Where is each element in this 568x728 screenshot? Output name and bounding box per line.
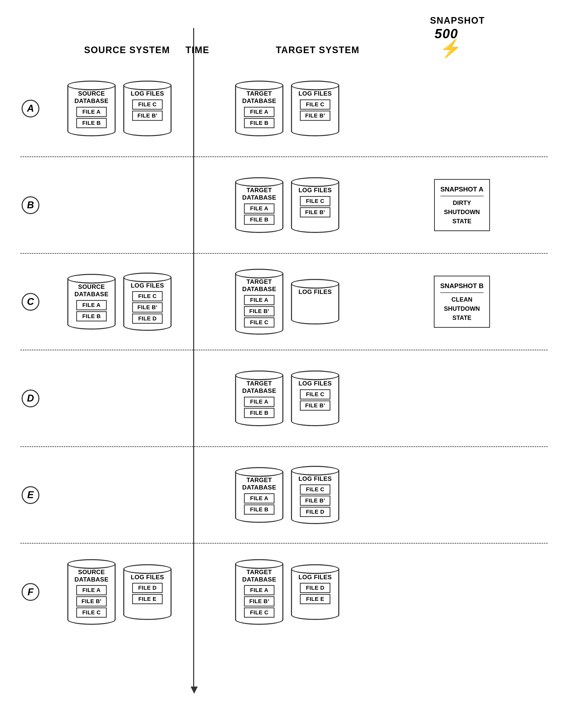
file-box: FILE C [244, 317, 275, 328]
cylinder: TARGETDATABASE FILE AFILE B'FILE C [235, 269, 284, 335]
file-box: FILE B' [300, 400, 330, 411]
page: SOURCE SYSTEM TIME TARGET SYSTEM SNAPSHO… [0, 0, 568, 728]
file-box: FILE A [244, 493, 275, 503]
file-box: FILE A [244, 585, 275, 595]
file-box: FILE B' [244, 596, 275, 606]
cylinder-body: LOG FILES FILE CFILE B' [123, 85, 172, 136]
cylinder-body: TARGETDATABASE FILE AFILE B'FILE C [235, 274, 284, 335]
cylinder-body: LOG FILES FILE CFILE B' [291, 375, 339, 426]
cylinder-body: TARGETDATABASE FILE AFILE B [235, 375, 284, 426]
file-box: FILE B' [132, 111, 163, 121]
target-section-B: TARGETDATABASE FILE AFILE B LOG FILES FI… [209, 177, 366, 233]
circle-label-D: D [22, 390, 39, 407]
cylinder-body: LOG FILES FILE CFILE B' [291, 182, 339, 233]
time-axis-arrow [191, 687, 198, 694]
snapshot-section-B: SNAPSHOT ADIRTYSHUTDOWNSTATE [366, 179, 548, 231]
circle-label-F: F [22, 583, 39, 601]
file-box: FILE A [244, 397, 275, 407]
cylinder-body: LOG FILES FILE DFILE E [123, 569, 172, 620]
file-box: FILE E [300, 594, 330, 604]
file-box: FILE B [244, 215, 275, 225]
row-label-B: B [20, 196, 41, 214]
cylinder-title: TARGETDATABASE [242, 380, 276, 395]
cylinder-top [291, 466, 339, 476]
cylinder-top [235, 467, 284, 477]
cylinder-title: LOG FILES [131, 282, 164, 289]
cylinder-title: TARGETDATABASE [242, 569, 276, 583]
cylinder: LOG FILES FILE DFILE E [123, 564, 172, 620]
diagram-row-F: F SOURCEDATABASE FILE AFILE B'FILE C LOG… [20, 544, 548, 640]
cylinder: LOG FILES FILE CFILE B' [291, 370, 339, 426]
cylinder: TARGETDATABASE FILE AFILE B'FILE C [235, 559, 284, 625]
cylinder-title: LOG FILES [298, 574, 332, 581]
cylinder: TARGETDATABASE FILE AFILE B [235, 177, 284, 233]
file-box: FILE B' [76, 596, 107, 606]
file-box: FILE D [300, 507, 330, 517]
circle-label-A: A [22, 100, 39, 117]
file-box: FILE C [76, 607, 107, 618]
row-label-D: D [20, 390, 41, 407]
source-system-header: SOURCE SYSTEM [61, 45, 193, 55]
target-section-F: TARGETDATABASE FILE AFILE B'FILE C LOG F… [209, 559, 366, 625]
cylinder-top [235, 177, 284, 187]
file-box: FILE B' [244, 306, 275, 316]
cylinder-top [291, 370, 339, 380]
target-section-D: TARGETDATABASE FILE AFILE B LOG FILES FI… [209, 370, 366, 426]
cylinder-top [123, 81, 172, 90]
cylinder-body: SOURCEDATABASE FILE AFILE B'FILE C [67, 564, 116, 625]
cylinder-title: LOG FILES [131, 90, 164, 97]
cylinder-body: SOURCEDATABASE FILE AFILE B [67, 85, 116, 136]
file-box: FILE C [300, 484, 330, 495]
file-box: FILE B' [300, 496, 330, 506]
diagram-row-A: A SOURCEDATABASE FILE AFILE B LOG FILES … [20, 61, 548, 157]
cylinder: LOG FILES FILE CFILE B'FILE D [123, 273, 172, 331]
cylinder-top [235, 269, 284, 278]
file-box: FILE B [76, 118, 107, 128]
diagram-row-C: C SOURCEDATABASE FILE AFILE B LOG FILES … [20, 254, 548, 350]
cylinder-body: LOG FILES FILE CFILE B'FILE D [123, 277, 172, 331]
cylinder-top [67, 559, 116, 569]
lightning-icon: ⚡ [440, 41, 462, 55]
cylinder-title: LOG FILES [298, 475, 332, 483]
cylinder-top [67, 81, 116, 90]
cylinder-body: SOURCEDATABASE FILE AFILE B [67, 279, 116, 330]
cylinder-top [291, 564, 339, 574]
cylinder-top [123, 273, 172, 282]
target-section-E: TARGETDATABASE FILE AFILE B LOG FILES FI… [209, 466, 366, 524]
cylinder-body: LOG FILES [291, 284, 339, 324]
target-section-A: TARGETDATABASE FILE AFILE B LOG FILES FI… [209, 81, 366, 136]
row-label-A: A [20, 100, 41, 117]
file-box: FILE B' [132, 302, 163, 313]
time-header: TIME [186, 45, 201, 55]
file-box: FILE B' [300, 111, 330, 121]
cylinder: SOURCEDATABASE FILE AFILE B [67, 274, 116, 330]
header-row: SOURCE SYSTEM TIME TARGET SYSTEM SNAPSHO… [20, 15, 548, 55]
snapshot-box: SNAPSHOT BCLEANSHUTDOWNSTATE [434, 276, 490, 328]
cylinder-body: TARGETDATABASE FILE AFILE B [235, 472, 284, 523]
cylinder-body: TARGETDATABASE FILE AFILE B [235, 85, 284, 136]
cylinder: LOG FILES FILE DFILE E [291, 564, 339, 620]
cylinder-title: SOURCEDATABASE [75, 90, 109, 105]
file-box: FILE C [300, 196, 330, 206]
cylinder-top [123, 564, 172, 574]
cylinder-title: TARGETDATABASE [242, 187, 276, 201]
snapshot-500-area: 500 ⚡ [419, 26, 496, 55]
cylinder: LOG FILES FILE CFILE B'FILE D [291, 466, 339, 524]
cylinder-top [235, 559, 284, 569]
diagram-row-D: D TARGETDATABASE FILE AFILE B LOG FILES … [20, 350, 548, 447]
cylinder: LOG FILES [291, 279, 339, 324]
file-box: FILE B [244, 118, 275, 128]
cylinder-body: LOG FILES FILE DFILE E [291, 569, 339, 620]
source-section-C: SOURCEDATABASE FILE AFILE B LOG FILES FI… [41, 273, 198, 331]
rows-container: A SOURCEDATABASE FILE AFILE B LOG FILES … [20, 61, 548, 640]
cylinder-title: SOURCEDATABASE [75, 569, 109, 583]
file-box: FILE D [132, 583, 163, 593]
cylinder: LOG FILES FILE CFILE B' [291, 177, 339, 233]
cylinder-top [291, 279, 339, 289]
circle-label-B: B [22, 196, 39, 214]
file-box: FILE C [132, 291, 163, 301]
circle-label-E: E [22, 486, 39, 504]
circle-label-C: C [22, 293, 39, 311]
file-box: FILE B [76, 311, 107, 321]
row-label-C: C [20, 293, 41, 311]
